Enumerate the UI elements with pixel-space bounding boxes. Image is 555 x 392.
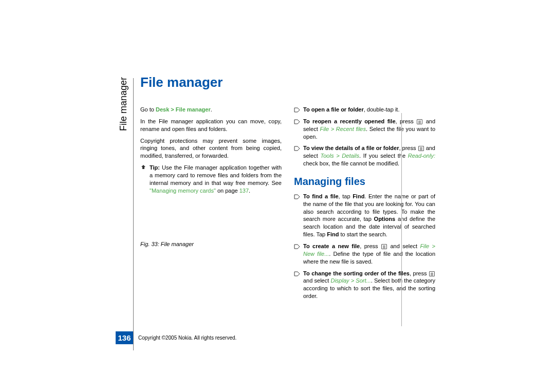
text: , tap bbox=[339, 193, 353, 199]
task-title: To change the sorting order of the files bbox=[303, 270, 410, 276]
text: , press bbox=[410, 270, 429, 276]
text: , double-tap it. bbox=[364, 106, 400, 113]
text: and select bbox=[387, 243, 420, 249]
field-name: Read-only: bbox=[408, 153, 435, 159]
button-label: Find bbox=[327, 231, 339, 237]
task-icon bbox=[294, 119, 300, 124]
button-label: Find bbox=[353, 193, 364, 199]
task-title: To view the details of a file or folder bbox=[303, 145, 399, 151]
text: check box, the file cannot be modified. bbox=[303, 160, 399, 166]
task-title: To create a new file bbox=[303, 243, 360, 249]
text: . bbox=[211, 106, 212, 113]
goto-line: Go to Desk > File manager. bbox=[140, 106, 282, 114]
tip-text: Tip: Use the File manager application to… bbox=[150, 164, 282, 194]
task-icon bbox=[294, 271, 300, 276]
columns: Go to Desk > File manager. In the File m… bbox=[140, 106, 442, 304]
task-icon bbox=[294, 244, 300, 249]
tip-icon bbox=[140, 164, 146, 171]
nav-path: Desk > File manager bbox=[156, 106, 211, 113]
text: Go to bbox=[140, 106, 156, 113]
menu-key-icon bbox=[418, 146, 424, 151]
menu-path: Tools > Details bbox=[321, 153, 359, 159]
task-icon bbox=[294, 145, 300, 151]
page-content: File manager Go to Desk > File manager. … bbox=[116, 74, 442, 304]
task-create: To create a new file, press and select F… bbox=[294, 242, 435, 266]
menu-key-icon bbox=[417, 119, 422, 124]
task-text: To find a file, tap Find. Enter the name… bbox=[303, 193, 435, 238]
left-column: Go to Desk > File manager. In the File m… bbox=[140, 106, 282, 304]
intro-para-1: In the File manager application you can … bbox=[140, 118, 282, 133]
figure-caption: Fig. 33: File manager bbox=[140, 240, 282, 248]
text: to start the search. bbox=[339, 231, 387, 237]
task-text: To view the details of a file or folder,… bbox=[303, 144, 435, 167]
task-title: To reopen a recently opened file bbox=[303, 118, 396, 124]
text: , press bbox=[360, 243, 381, 249]
task-details: To view the details of a file or folder,… bbox=[294, 144, 435, 167]
menu-path: File > Recent files bbox=[320, 126, 366, 132]
copyright-text: Copyright ©2005 Nokia. All rights reserv… bbox=[138, 335, 236, 341]
text: and select bbox=[303, 277, 330, 284]
text: on page bbox=[216, 188, 239, 194]
page-title: File manager bbox=[140, 74, 442, 90]
footer: 136 Copyright ©2005 Nokia. All rights re… bbox=[116, 331, 236, 344]
task-find: To find a file, tap Find. Enter the name… bbox=[294, 193, 435, 238]
task-text: To open a file or folder, double-tap it. bbox=[303, 106, 435, 114]
column-divider bbox=[401, 113, 402, 326]
tip-block: Tip: Use the File manager application to… bbox=[140, 164, 282, 194]
menu-path: Display > Sort... bbox=[330, 277, 371, 284]
text: Use the File manager application togethe… bbox=[150, 164, 282, 186]
task-icon bbox=[294, 107, 300, 112]
text: . If you select the bbox=[359, 153, 408, 159]
task-open: To open a file or folder, double-tap it. bbox=[294, 106, 435, 114]
button-label: Options bbox=[374, 216, 396, 222]
page-ref[interactable]: 137 bbox=[239, 188, 249, 194]
task-title: To find a file bbox=[303, 193, 339, 199]
task-title: To open a file or folder bbox=[303, 106, 364, 113]
task-text: To change the sorting order of the files… bbox=[303, 270, 435, 300]
tip-label: Tip: bbox=[150, 164, 160, 171]
section-subtitle: Managing files bbox=[294, 176, 435, 188]
task-sort: To change the sorting order of the files… bbox=[294, 270, 435, 300]
intro-para-2: Copyright protections may prevent some i… bbox=[140, 137, 282, 160]
task-text: To reopen a recently opened file, press … bbox=[303, 118, 435, 141]
right-column: To open a file or folder, double-tap it.… bbox=[294, 106, 435, 304]
task-reopen: To reopen a recently opened file, press … bbox=[294, 118, 435, 141]
task-icon bbox=[294, 194, 300, 199]
menu-key-icon bbox=[381, 244, 387, 249]
menu-key-icon bbox=[429, 271, 435, 276]
page-number: 136 bbox=[116, 331, 133, 344]
cross-ref-link[interactable]: "Managing memory cards" bbox=[150, 188, 216, 194]
text: , press bbox=[396, 118, 417, 124]
text: . bbox=[249, 188, 250, 194]
task-text: To create a new file, press and select F… bbox=[303, 242, 435, 266]
